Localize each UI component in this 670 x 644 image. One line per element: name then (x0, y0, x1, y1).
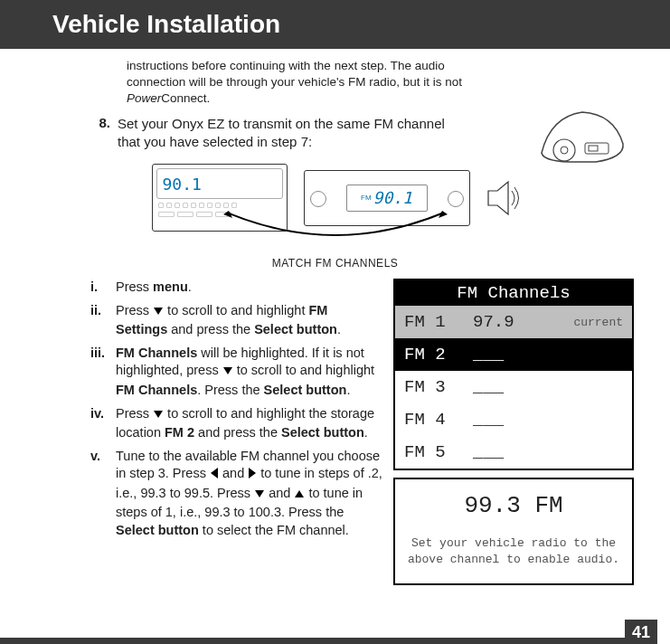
svg-point-0 (553, 139, 575, 161)
tune-hint-2: above channel to enable audio. (404, 552, 623, 568)
up-arrow-icon (294, 487, 305, 505)
page-footer: 41 (0, 638, 670, 644)
step-text: Set your Onyx EZ to transmit on the same… (118, 115, 461, 152)
tune-frequency: 99.3 FM (404, 492, 623, 519)
lcd-row: FM 1 97.9 current (395, 306, 632, 338)
lcd-row: FM 2 ___ (395, 338, 632, 371)
step-number: 8. (92, 115, 118, 152)
svg-marker-11 (249, 468, 256, 478)
right-arrow-icon (248, 467, 257, 485)
substep-ii: ii. Press to scroll to and highlight FM … (90, 302, 382, 339)
svg-marker-13 (295, 490, 304, 497)
lcd-title: FM Channels (395, 280, 632, 306)
match-channels-illustration: 90.1 FM 90.1 (36, 164, 634, 232)
svg-marker-4 (488, 182, 508, 214)
svg-marker-9 (154, 411, 163, 418)
intro-text: instructions before continuing with the … (127, 58, 497, 108)
page-header: Vehicle Installation (0, 0, 670, 49)
svg-marker-12 (255, 490, 264, 497)
substep-iv: iv. Press to scroll to and highlight the… (90, 405, 382, 442)
svg-rect-3 (589, 146, 598, 151)
left-arrow-icon (210, 467, 219, 485)
svg-marker-8 (223, 367, 232, 374)
substeps: i. Press menu. ii. Press to scroll to an… (90, 279, 382, 585)
content-area: instructions before continuing with the … (0, 49, 670, 585)
lcd-row: FM 4 ___ (395, 403, 632, 436)
page-number: 41 (625, 620, 657, 644)
fm-channels-screen: FM Channels FM 1 97.9 current FM 2 ___ F… (393, 279, 634, 470)
substep-i: i. Press menu. (90, 279, 382, 297)
match-label: MATCH FM CHANNELS (36, 257, 634, 270)
speaker-icon (486, 178, 519, 218)
page-title: Vehicle Installation (52, 10, 280, 39)
svg-point-1 (561, 147, 568, 154)
svg-marker-7 (154, 308, 163, 315)
device-frequency: 90.1 (157, 175, 202, 194)
down-arrow-icon (153, 304, 164, 322)
tune-screen: 99.3 FM Set your vehicle radio to the ab… (393, 478, 634, 585)
down-arrow-icon (222, 364, 233, 382)
down-arrow-icon (153, 407, 164, 425)
radio-frequency: 90.1 (373, 188, 412, 207)
device-screens: FM Channels FM 1 97.9 current FM 2 ___ F… (393, 279, 634, 585)
match-connector (200, 211, 471, 249)
lower-section: i. Press menu. ii. Press to scroll to an… (36, 279, 634, 585)
substep-iii: iii. FM Channels will be highlighted. If… (90, 345, 382, 400)
down-arrow-icon (254, 487, 265, 505)
lcd-row: FM 5 ___ (395, 436, 632, 469)
tune-hint-1: Set your vehicle radio to the (404, 535, 623, 552)
substep-v: v. Tune to the available FM channel you … (90, 448, 382, 540)
fm-label: FM (361, 194, 372, 202)
lcd-row: FM 3 ___ (395, 371, 632, 403)
svg-marker-10 (211, 468, 218, 478)
